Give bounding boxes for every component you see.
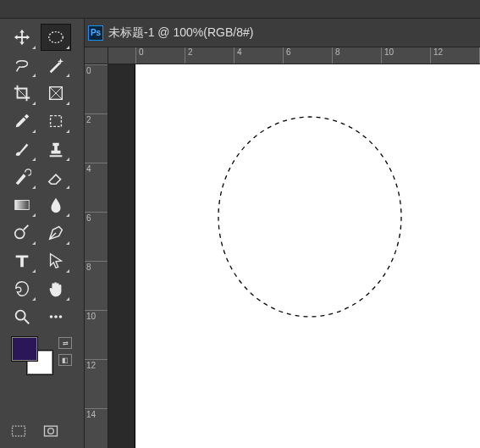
document-area: Ps 未标题-1 @ 100%(RGB/8#) 0 2 4 6 8 10 12 … [85,19,480,448]
eyedropper-tool[interactable] [7,108,37,135]
blur-tool[interactable] [41,191,71,218]
h-tick: 2 [185,47,193,64]
zoom-icon [13,307,31,326]
h-tick: 12 [430,47,443,64]
swap-colors-button[interactable]: ⇄ [58,337,72,349]
v-tick: 8 [85,261,108,272]
horizontal-ruler[interactable]: 0 2 4 6 8 10 12 14 [108,47,480,64]
zoom-tool[interactable] [7,303,37,330]
svg-point-7 [54,315,58,318]
h-tick: 0 [135,47,144,64]
dodge-icon [13,224,31,242]
move-icon [13,28,31,47]
ruler-origin[interactable] [85,47,108,64]
svg-rect-2 [51,116,62,127]
pen-icon [47,224,65,242]
quickmask-icon [42,423,59,440]
more-tools[interactable] [41,303,71,330]
svg-rect-9 [13,426,25,436]
move-tool[interactable] [7,24,37,51]
dodge-tool[interactable] [7,219,37,246]
v-tick: 0 [85,64,108,75]
shape-icon [13,279,31,298]
workspace: 0 2 4 6 8 10 12 14 0 2 4 6 8 10 12 14 [85,47,480,448]
canvas[interactable] [108,64,480,448]
svg-point-4 [15,229,25,238]
ellipse-selection [217,115,403,318]
svg-point-0 [49,32,63,43]
svg-point-6 [50,315,53,318]
patch-icon [47,112,65,130]
eraser-icon [47,168,65,186]
crop-tool[interactable] [7,80,37,107]
v-tick: 2 [85,113,108,124]
blur-icon [47,196,65,214]
type-tool[interactable] [7,247,37,274]
default-colors-button[interactable]: ◧ [58,354,72,366]
svg-point-8 [59,315,63,318]
slice-icon [47,84,65,102]
svg-point-12 [218,117,401,317]
ellipse-marquee-icon [47,28,65,47]
brush-icon [13,140,31,158]
h-tick: 8 [332,47,340,64]
ellipsis-icon [47,307,65,326]
v-tick: 12 [85,359,108,370]
v-tick: 4 [85,163,108,174]
eyedropper-icon [13,112,31,130]
clone-stamp-tool[interactable] [41,136,71,163]
color-swatches: ⇄ ◧ [7,337,74,381]
foreground-color-swatch[interactable] [12,337,37,361]
path-selection-tool[interactable] [41,247,71,274]
standard-mode-button[interactable] [7,421,30,441]
stamp-icon [47,140,65,158]
lasso-tool[interactable] [7,52,37,79]
hand-tool[interactable] [41,275,71,302]
svg-rect-3 [15,201,30,210]
crop-icon [13,84,31,102]
slice-tool[interactable] [41,80,71,107]
document-tabbar: Ps 未标题-1 @ 100%(RGB/8#) [85,19,480,47]
h-tick: 6 [283,47,291,64]
photoshop-badge-icon: Ps [88,25,103,41]
h-tick: 10 [381,47,394,64]
svg-rect-10 [45,426,58,436]
history-brush-tool[interactable] [7,163,37,191]
document-page[interactable] [135,64,480,448]
marching-ants-icon [217,115,403,318]
v-tick: 14 [85,408,108,419]
app-topbar [0,0,480,19]
ellipse-marquee-tool[interactable] [41,24,71,51]
patch-tool[interactable] [41,108,71,135]
document-title[interactable]: 未标题-1 @ 100%(RGB/8#) [108,25,253,41]
gradient-tool[interactable] [7,191,37,218]
shape-tool[interactable] [7,275,37,302]
arrow-icon [47,252,65,270]
svg-point-11 [48,429,54,434]
lasso-icon [13,56,31,75]
h-tick: 4 [234,47,242,64]
vertical-ruler[interactable]: 0 2 4 6 8 10 12 14 [85,64,108,448]
v-tick: 10 [85,310,108,321]
brush-tool[interactable] [7,136,37,163]
type-icon [13,252,31,270]
hand-icon [47,279,65,298]
eraser-tool[interactable] [41,163,71,191]
magic-wand-tool[interactable] [41,52,71,79]
pen-tool[interactable] [41,219,71,246]
quickmask-mode-button[interactable] [39,421,63,441]
gradient-icon [13,196,31,214]
toolbox: ⇄ ◧ [0,19,85,448]
wand-icon [47,56,65,75]
v-tick: 6 [85,212,108,223]
svg-point-5 [16,311,25,320]
standard-mode-icon [10,423,27,440]
history-brush-icon [13,168,31,186]
